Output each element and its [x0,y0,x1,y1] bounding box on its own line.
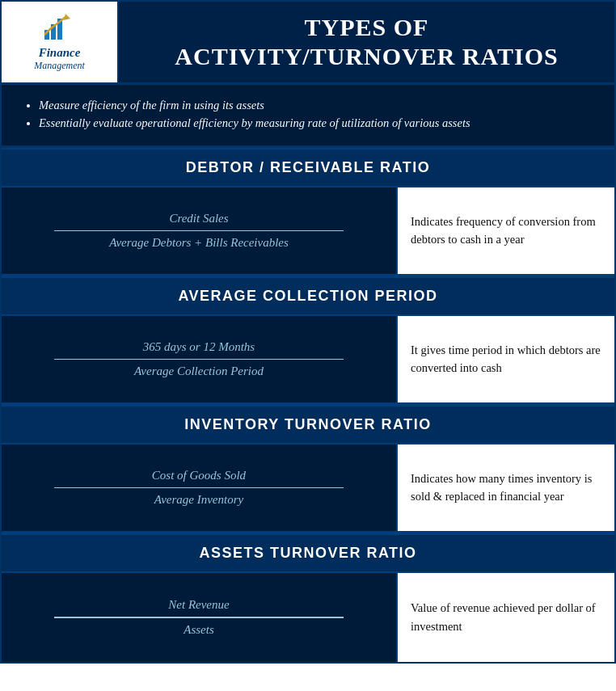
logo-icon [43,12,77,43]
avg-collection-formula: 365 days or 12 Months Average Collection… [2,316,396,402]
inventory-header-text: INVENTORY TURNOVER RATIO [184,416,431,432]
logo-area: Finance Management [2,2,119,82]
inventory-description-text: Indicates how many times inventory is so… [411,470,601,506]
avg-collection-numerator: 365 days or 12 Months [143,340,255,354]
intro-section: Measure efficiency of the firm in using … [2,85,614,148]
assets-formula-line [54,617,344,618]
assets-formula: Net Revenue Assets [2,573,396,662]
inventory-denominator: Average Inventory [154,493,243,507]
avg-collection-header-text: AVERAGE COLLECTION PERIOD [178,288,437,304]
assets-description-text: Value of revenue achieved per dollar of … [411,599,601,635]
avg-collection-description: It gives time period in which debtors ar… [396,316,614,402]
inventory-formula: Cost of Goods Sold Average Inventory [2,445,396,531]
avg-collection-formula-line [54,359,344,360]
avg-collection-description-text: It gives time period in which debtors ar… [411,341,601,377]
intro-bullet2: Essentially evaluate operational efficie… [39,116,470,129]
debtor-description: Indicates frequency of conversion from d… [396,187,614,274]
header: Finance Management TYPES OF ACTIVITY/TUR… [2,2,614,85]
intro-bullet1: Measure efficiency of the firm in using … [39,99,264,112]
assets-denominator: Assets [184,623,214,637]
avg-collection-denominator: Average Collection Period [134,364,264,378]
debtor-formula-line [54,230,344,232]
debtor-description-text: Indicates frequency of conversion from d… [411,213,601,249]
logo-finance-text: Finance [39,46,81,60]
assets-ratio-row: Net Revenue Assets Value of revenue achi… [2,573,614,662]
inventory-ratio-row: Cost of Goods Sold Average Inventory Ind… [2,445,614,533]
debtor-formula: Credit Sales Average Debtors + Bills Rec… [2,187,396,274]
logo-management-text: Management [34,60,85,72]
header-title-line1: TYPES OF [305,14,429,40]
inventory-section-header: INVENTORY TURNOVER RATIO [2,405,614,445]
debtor-ratio-row: Credit Sales Average Debtors + Bills Rec… [2,187,614,276]
debtor-numerator: Credit Sales [169,212,228,225]
header-title: TYPES OF ACTIVITY/TURNOVER RATIOS [175,13,558,71]
assets-header-text: ASSETS TURNOVER RATIO [199,545,416,561]
avg-collection-section-header: AVERAGE COLLECTION PERIOD [2,276,614,316]
header-title-area: TYPES OF ACTIVITY/TURNOVER RATIOS [119,2,614,82]
inventory-numerator: Cost of Goods Sold [152,469,246,482]
debtor-denominator: Average Debtors + Bills Receivables [109,236,289,250]
inventory-description: Indicates how many times inventory is so… [396,445,614,531]
page-wrapper: Finance Management TYPES OF ACTIVITY/TUR… [0,0,616,664]
header-title-line2: ACTIVITY/TURNOVER RATIOS [175,43,558,70]
debtor-header-text: DEBTOR / RECEIVABLE RATIO [186,159,431,175]
assets-description: Value of revenue achieved per dollar of … [396,573,614,662]
assets-section-header: ASSETS TURNOVER RATIO [2,533,614,573]
avg-collection-ratio-row: 365 days or 12 Months Average Collection… [2,316,614,405]
inventory-formula-line [54,487,344,489]
debtor-section-header: DEBTOR / RECEIVABLE RATIO [2,148,614,187]
assets-numerator: Net Revenue [168,598,229,612]
svg-marker-3 [64,14,70,20]
